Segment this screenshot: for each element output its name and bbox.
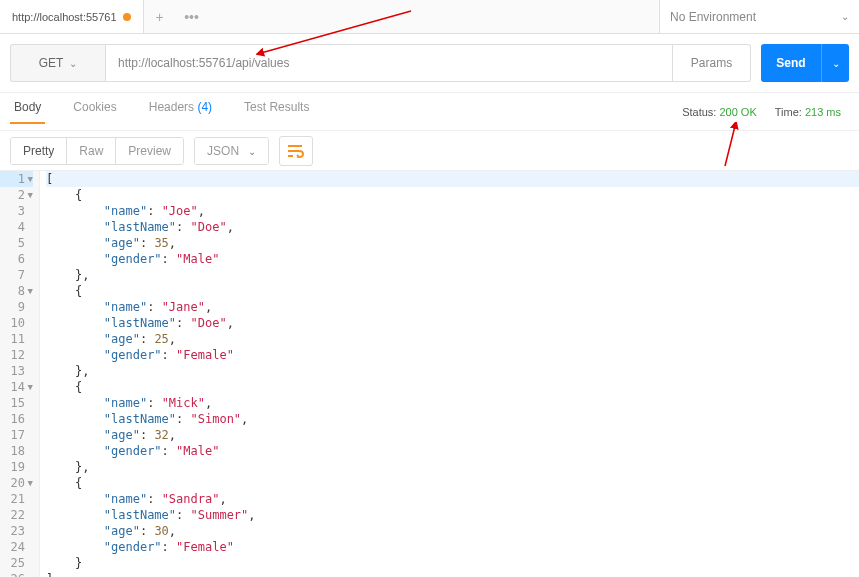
line-number: 9	[0, 299, 33, 315]
status-block: Status: 200 OK	[682, 106, 757, 118]
wrap-icon	[287, 144, 305, 158]
unsaved-dot-icon	[123, 13, 131, 21]
line-number: 5	[0, 235, 33, 251]
line-number: 13	[0, 363, 33, 379]
environment-label: No Environment	[670, 10, 756, 24]
new-tab-button[interactable]: +	[144, 0, 176, 33]
tab-more-button[interactable]: •••	[176, 0, 208, 33]
chevron-down-icon: ⌄	[248, 146, 256, 157]
code-content[interactable]: [ { "name": "Joe", "lastName": "Doe", "a…	[40, 171, 859, 577]
line-number: 23	[0, 523, 33, 539]
params-button[interactable]: Params	[673, 44, 751, 82]
status-label: Status:	[682, 106, 716, 118]
code-line: },	[46, 459, 859, 475]
tab-bar: http://localhost:55761 + ••• No Environm…	[0, 0, 859, 34]
code-line: "lastName": "Doe",	[46, 219, 859, 235]
code-line: {	[46, 379, 859, 395]
format-select[interactable]: JSON ⌄	[194, 137, 269, 165]
code-line: "gender": "Male"	[46, 251, 859, 267]
time-value: 213 ms	[805, 106, 841, 118]
line-number: 15	[0, 395, 33, 411]
tab-test-results[interactable]: Test Results	[240, 100, 313, 123]
request-tab[interactable]: http://localhost:55761	[0, 0, 144, 33]
line-number: 10	[0, 315, 33, 331]
line-number: 19	[0, 459, 33, 475]
http-method-label: GET	[39, 56, 64, 70]
line-number: 17	[0, 427, 33, 443]
view-mode-segment: Pretty Raw Preview	[10, 137, 184, 165]
view-raw[interactable]: Raw	[67, 138, 116, 164]
time-block: Time: 213 ms	[775, 106, 841, 118]
chevron-down-icon: ⌄	[832, 58, 840, 69]
tab-headers[interactable]: Headers (4)	[145, 100, 216, 123]
code-line: "age": 35,	[46, 235, 859, 251]
code-line: "age": 32,	[46, 427, 859, 443]
response-body: 1▼2▼345678▼91011121314▼151617181920▼2122…	[0, 171, 859, 577]
line-number: 6	[0, 251, 33, 267]
code-line: "lastName": "Doe",	[46, 315, 859, 331]
code-line: "name": "Mick",	[46, 395, 859, 411]
line-number: 7	[0, 267, 33, 283]
tab-body[interactable]: Body	[10, 100, 45, 124]
view-pretty[interactable]: Pretty	[11, 138, 67, 164]
tab-title: http://localhost:55761	[12, 11, 117, 23]
line-number: 11	[0, 331, 33, 347]
code-line: "gender": "Female"	[46, 539, 859, 555]
code-line: ]	[46, 571, 859, 577]
code-line: },	[46, 363, 859, 379]
line-number: 21	[0, 491, 33, 507]
status-value: 200 OK	[719, 106, 756, 118]
environment-select[interactable]: No Environment ⌄	[659, 0, 859, 33]
code-line: "age": 25,	[46, 331, 859, 347]
url-input[interactable]	[105, 44, 673, 82]
code-line: {	[46, 187, 859, 203]
line-number: 12	[0, 347, 33, 363]
line-number: 8▼	[0, 283, 33, 299]
code-line: {	[46, 475, 859, 491]
chevron-down-icon: ⌄	[841, 11, 849, 22]
code-line: {	[46, 283, 859, 299]
line-number: 14▼	[0, 379, 33, 395]
time-label: Time:	[775, 106, 802, 118]
wrap-lines-button[interactable]	[279, 136, 313, 166]
code-line: }	[46, 555, 859, 571]
line-number: 25	[0, 555, 33, 571]
code-line: "name": "Sandra",	[46, 491, 859, 507]
line-number: 3	[0, 203, 33, 219]
line-number: 18	[0, 443, 33, 459]
line-number: 16	[0, 411, 33, 427]
line-number: 4	[0, 219, 33, 235]
code-line: "name": "Joe",	[46, 203, 859, 219]
line-number: 24	[0, 539, 33, 555]
headers-label: Headers	[149, 100, 194, 114]
response-toolbar: Pretty Raw Preview JSON ⌄	[0, 131, 859, 171]
line-number: 26	[0, 571, 33, 577]
code-line: "gender": "Female"	[46, 347, 859, 363]
response-tabs: Body Cookies Headers (4) Test Results St…	[0, 93, 859, 131]
code-line: "name": "Jane",	[46, 299, 859, 315]
line-number: 20▼	[0, 475, 33, 491]
tab-cookies[interactable]: Cookies	[69, 100, 120, 123]
line-number: 22	[0, 507, 33, 523]
line-gutter: 1▼2▼345678▼91011121314▼151617181920▼2122…	[0, 171, 40, 577]
code-line: "age": 30,	[46, 523, 859, 539]
line-number: 2▼	[0, 187, 33, 203]
code-line: "gender": "Male"	[46, 443, 859, 459]
code-line: [	[46, 171, 859, 187]
request-row: GET ⌄ Params Send ⌄	[0, 34, 859, 93]
chevron-down-icon: ⌄	[69, 58, 77, 69]
line-number: 1▼	[0, 171, 33, 187]
code-line: "lastName": "Summer",	[46, 507, 859, 523]
format-label: JSON	[207, 144, 239, 158]
code-line: },	[46, 267, 859, 283]
http-method-select[interactable]: GET ⌄	[10, 44, 105, 82]
headers-count: (4)	[197, 100, 212, 114]
send-button[interactable]: Send	[761, 44, 821, 82]
send-options-button[interactable]: ⌄	[821, 44, 849, 82]
view-preview[interactable]: Preview	[116, 138, 183, 164]
code-line: "lastName": "Simon",	[46, 411, 859, 427]
